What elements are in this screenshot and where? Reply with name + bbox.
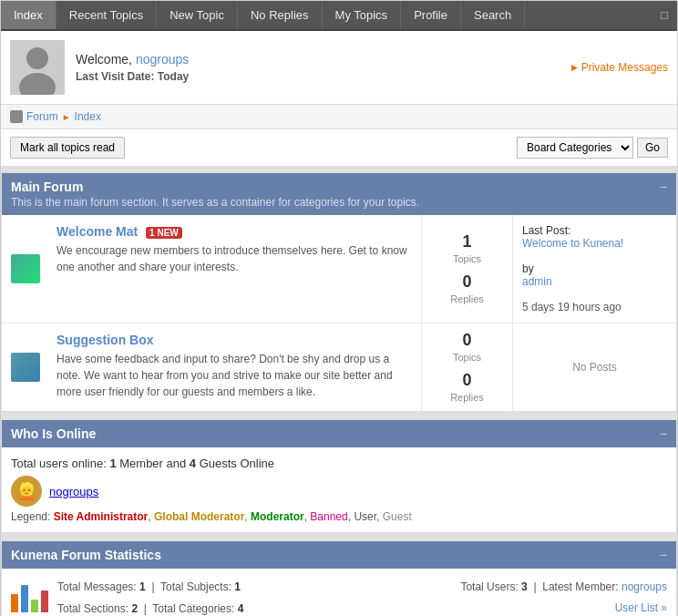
welcome-mat-topics-stat: 1 Topics 0 Replies bbox=[421, 215, 512, 323]
header-bar: Welcome, nogroups Last Visit Date: Today… bbox=[1, 31, 677, 105]
total-sections-row: Total Sections: 2 | Total Categories: 4 bbox=[57, 600, 303, 616]
last-post-author-link[interactable]: admin bbox=[522, 275, 667, 288]
last-post-link[interactable]: Welcome to Kunena! bbox=[522, 237, 667, 250]
mark-all-read-button[interactable]: Mark all topics read bbox=[10, 137, 125, 159]
who-is-online-section: Who Is Online − Total users online: 1 Me… bbox=[1, 419, 677, 533]
legend-user: User bbox=[354, 510, 376, 523]
tab-search[interactable]: Search bbox=[461, 1, 525, 29]
who-is-online-body: Total users online: 1 Member and 4 Guest… bbox=[2, 447, 676, 532]
legend-global-mod: Global Moderator bbox=[154, 510, 244, 523]
toolbar: Mark all topics read Board Categories Go bbox=[1, 129, 677, 167]
suggestion-box-no-posts: No Posts bbox=[512, 323, 676, 411]
forum-row-suggestion-box: Suggestion Box Have some feedback and in… bbox=[2, 323, 676, 411]
tab-index[interactable]: Index bbox=[1, 1, 56, 29]
legend-guest: Guest bbox=[383, 510, 412, 523]
user-list-link[interactable]: User List » bbox=[339, 601, 667, 614]
main-forum-title: Main Forum bbox=[11, 180, 419, 194]
tab-my-topics[interactable]: My Topics bbox=[323, 1, 402, 29]
who-is-online-collapse-icon[interactable]: − bbox=[660, 426, 667, 441]
welcome-mat-lastpost: Last Post: Welcome to Kunena! by admin 5… bbox=[512, 215, 676, 323]
stats-grid: Total Messages: 1 | Total Subjects: 1 To… bbox=[11, 578, 667, 616]
welcome-mat-title-link[interactable]: Welcome Mat 1 NEW bbox=[56, 224, 414, 239]
nav-tabs: Index Recent Topics New Topic No Replies… bbox=[1, 1, 677, 31]
tab-no-replies[interactable]: No Replies bbox=[238, 1, 323, 29]
statistics-body: Total Messages: 1 | Total Subjects: 1 To… bbox=[2, 569, 676, 616]
private-messages-link[interactable]: Private Messages bbox=[571, 61, 668, 74]
header-info: Welcome, nogroups Last Visit Date: Today bbox=[76, 52, 571, 83]
suggestion-box-stats: 0 Topics 0 Replies bbox=[421, 323, 512, 411]
statistics-collapse-icon[interactable]: − bbox=[660, 548, 667, 562]
board-categories-dropdown[interactable]: Board Categories bbox=[517, 137, 633, 159]
online-avatar-icon: 👱 bbox=[11, 476, 42, 507]
breadcrumb-sep: ► bbox=[62, 112, 71, 122]
main-forum-section: Main Forum This is the main forum sectio… bbox=[1, 172, 677, 412]
stats-right: Total Users: 3 | Latest Member: nogroups… bbox=[339, 578, 667, 616]
main-forum-collapse-icon[interactable]: − bbox=[660, 180, 667, 194]
stats-left: Total Messages: 1 | Total Subjects: 1 To… bbox=[11, 578, 339, 616]
tab-recent-topics[interactable]: Recent Topics bbox=[56, 1, 157, 29]
main-forum-desc: This is the main forum section. It serve… bbox=[11, 196, 419, 209]
new-badge: 1 NEW bbox=[146, 227, 182, 239]
online-summary: Total users online: 1 Member and 4 Guest… bbox=[11, 457, 667, 470]
stats-chart-icon bbox=[11, 578, 48, 612]
forum-row-welcome-mat: Welcome Mat 1 NEW We encourage new membe… bbox=[2, 215, 676, 323]
welcome-mat-main: Welcome Mat 1 NEW We encourage new membe… bbox=[49, 215, 421, 323]
legend-moderator: Moderator bbox=[251, 510, 304, 523]
breadcrumb-index[interactable]: Index bbox=[75, 110, 101, 123]
breadcrumb-forum[interactable]: Forum bbox=[26, 110, 58, 123]
welcome-text: Welcome, nogroups bbox=[76, 52, 571, 67]
statistics-title: Kunena Forum Statistics bbox=[11, 548, 161, 562]
suggestion-box-icon bbox=[2, 323, 49, 411]
who-is-online-header: Who Is Online − bbox=[2, 420, 676, 447]
board-categories-select: Board Categories Go bbox=[517, 137, 668, 159]
tab-new-topic[interactable]: New Topic bbox=[157, 1, 238, 29]
latest-member-link[interactable]: nogroups bbox=[622, 580, 667, 593]
legend-banned: Banned bbox=[310, 510, 347, 523]
svg-point-1 bbox=[26, 47, 48, 69]
avatar bbox=[10, 40, 65, 95]
last-visit: Last Visit Date: Today bbox=[76, 70, 571, 83]
main-forum-header: Main Forum This is the main forum sectio… bbox=[2, 173, 676, 215]
legend-row: Legend: Site Administrator, Global Moder… bbox=[11, 510, 667, 523]
welcome-mat-icon bbox=[2, 215, 49, 323]
go-button[interactable]: Go bbox=[637, 138, 668, 158]
suggestion-box-title-link[interactable]: Suggestion Box bbox=[56, 333, 414, 347]
collapse-icon[interactable]: □ bbox=[652, 1, 677, 29]
online-user-row: 👱 nogroups bbox=[11, 476, 667, 507]
statistics-header: Kunena Forum Statistics − bbox=[2, 541, 676, 569]
breadcrumb: Forum ► Index bbox=[1, 105, 677, 129]
online-username-link[interactable]: nogroups bbox=[49, 485, 98, 498]
suggestion-box-desc: Have some feedback and input to share? D… bbox=[56, 351, 414, 400]
username-link[interactable]: nogroups bbox=[136, 52, 189, 67]
home-icon bbox=[10, 110, 23, 123]
legend-site-admin: Site Administrator bbox=[54, 510, 149, 523]
suggestion-box-main: Suggestion Box Have some feedback and in… bbox=[49, 323, 421, 411]
tab-profile[interactable]: Profile bbox=[401, 1, 461, 29]
total-users-row: Total Users: 3 | Latest Member: nogroups bbox=[339, 578, 667, 596]
suggestion-box-img bbox=[11, 353, 40, 382]
statistics-section: Kunena Forum Statistics − T bbox=[1, 540, 677, 616]
welcome-mat-img bbox=[11, 254, 40, 283]
who-is-online-title: Who Is Online bbox=[11, 426, 96, 441]
total-messages-row: Total Messages: 1 | Total Subjects: 1 bbox=[57, 578, 303, 596]
welcome-mat-desc: We encourage new members to introduce th… bbox=[56, 242, 414, 275]
